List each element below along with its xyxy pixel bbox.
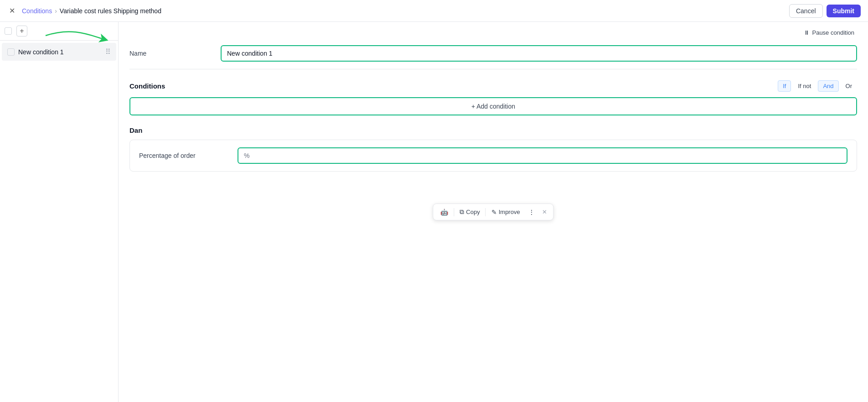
close-button[interactable]: ✕ (7, 6, 16, 16)
name-input[interactable] (221, 45, 857, 62)
toolbar-divider-2 (486, 208, 486, 216)
name-label: Name (129, 50, 221, 57)
improve-icon: ✎ (491, 209, 497, 216)
copy-label: Copy (466, 209, 480, 215)
toolbar-close-button[interactable]: ✕ (539, 207, 550, 217)
dan-row: Percentage of order (139, 147, 847, 164)
dan-percentage-input[interactable] (238, 147, 847, 164)
sidebar: + New condition 1 ⠿ (0, 22, 119, 402)
tab-and[interactable]: And (818, 80, 838, 92)
more-icon: ⋮ (528, 209, 535, 216)
copy-icon: ⧉ (460, 208, 464, 216)
sidebar-add-button[interactable]: + (16, 26, 27, 37)
conditions-header: Conditions If If not And Or (129, 80, 857, 92)
improve-label: Improve (499, 209, 520, 215)
conditions-tabs: If If not And Or (778, 80, 857, 92)
main-layout: + New condition 1 ⠿ ⏸ Pause conditio (0, 22, 868, 402)
dan-title: Dan (129, 126, 857, 134)
breadcrumb-conditions[interactable]: Conditions (22, 7, 52, 15)
sidebar-items: New condition 1 ⠿ (0, 41, 118, 63)
top-bar-actions: Cancel Submit (789, 4, 861, 18)
pause-condition-button[interactable]: ⏸ Pause condition (801, 27, 857, 38)
tab-or[interactable]: Or (841, 80, 857, 92)
sidebar-item-label: New condition 1 (18, 48, 102, 56)
cancel-button[interactable]: Cancel (789, 4, 823, 18)
content-area: ⏸ Pause condition Name Conditions If If … (119, 22, 868, 402)
add-condition-button[interactable]: + Add condition (129, 97, 857, 115)
drag-handle-icon[interactable]: ⠿ (105, 47, 111, 56)
toolbar-divider-1 (454, 208, 454, 216)
dan-percentage-label: Percentage of order (139, 152, 230, 159)
improve-button[interactable]: ✎ Improve (488, 207, 524, 218)
sidebar-item-checkbox[interactable] (7, 48, 15, 56)
floating-toolbar: 🤖 ⧉ Copy ✎ Improve ⋮ ✕ (433, 204, 553, 220)
pause-icon: ⏸ (804, 29, 810, 36)
breadcrumb-current: Variable cost rules Shipping method (60, 7, 161, 15)
conditions-title: Conditions (129, 82, 778, 90)
breadcrumb: Conditions › Variable cost rules Shippin… (22, 7, 161, 15)
sidebar-toolbar: + (0, 22, 118, 41)
sidebar-item-new-condition-1[interactable]: New condition 1 ⠿ (2, 43, 116, 61)
dan-content: Percentage of order (129, 140, 857, 172)
more-button[interactable]: ⋮ (525, 207, 538, 218)
ai-icon: 🤖 (440, 209, 448, 216)
sidebar-select-all-checkbox[interactable] (5, 27, 12, 35)
conditions-section: Conditions If If not And Or + Add condit… (129, 80, 857, 115)
ai-button[interactable]: 🤖 (437, 207, 452, 218)
pause-condition-label: Pause condition (812, 29, 854, 36)
breadcrumb-separator: › (55, 7, 57, 15)
tab-if-not[interactable]: If not (793, 80, 816, 92)
top-bar: ✕ Conditions › Variable cost rules Shipp… (0, 0, 868, 22)
submit-button[interactable]: Submit (827, 5, 861, 17)
tab-if[interactable]: If (778, 80, 791, 92)
dan-section: Dan Percentage of order (129, 126, 857, 172)
copy-button[interactable]: ⧉ Copy (456, 206, 483, 218)
name-section: Name (129, 45, 857, 69)
